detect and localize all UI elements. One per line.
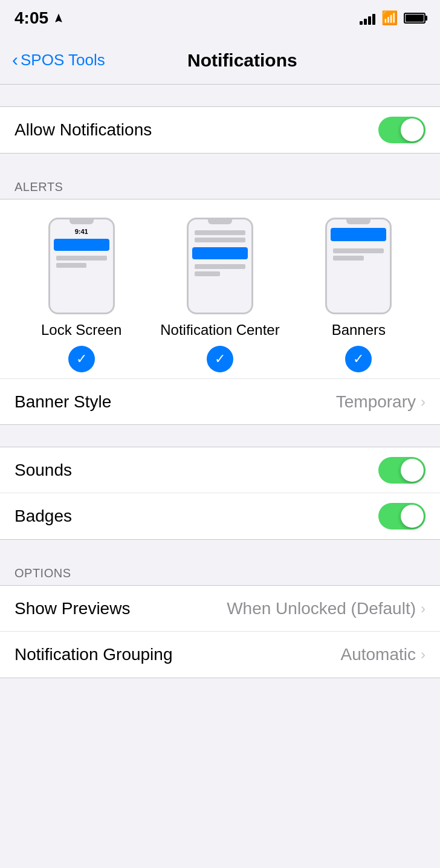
nc-lines [192,228,248,245]
notification-center-label: Notification Center [160,322,279,338]
phone-screen: 9:41 [50,224,113,313]
banners-phone [325,218,392,314]
status-bar: 4:05 📶 [0,0,440,36]
banners-option[interactable]: Banners ✓ [290,218,428,372]
show-previews-label: Show Previews [15,599,130,618]
banner-line-1 [333,248,384,253]
allow-notifications-label: Allow Notifications [15,120,152,140]
sounds-toggle[interactable] [378,457,425,484]
time-display: 4:05 [15,8,48,28]
nc-lines-2 [192,262,248,279]
nc-line-4 [195,271,220,276]
section-gap-bottom [0,678,440,714]
notif-line-2 [56,263,86,268]
banner-style-label: Banner Style [15,392,111,412]
notification-grouping-value: Automatic › [341,645,426,664]
sounds-label: Sounds [15,461,72,480]
alerts-section-header: ALERTS [0,175,440,199]
show-previews-current: When Unlocked (Default) [227,599,416,618]
status-icons: 📶 [360,10,425,26]
show-previews-chevron: › [421,600,425,617]
sounds-row: Sounds [0,447,440,493]
lock-time: 9:41 [54,228,109,235]
allow-notifications-section: Allow Notifications [0,106,440,154]
notification-grouping-label: Notification Grouping [15,645,172,664]
section-gap-1 [0,85,440,106]
options-card: Show Previews When Unlocked (Default) › … [0,585,440,678]
allow-notifications-toggle[interactable] [378,117,425,143]
show-previews-value: When Unlocked (Default) › [227,599,425,618]
nav-bar: ‹ SPOS Tools Notifications [0,36,440,85]
banners-label: Banners [332,322,386,338]
badges-row: Badges [0,493,440,539]
banner-lines [331,246,386,263]
nc-line-3 [195,264,245,269]
phone-screen-nc [189,224,251,313]
signal-icon [360,11,375,25]
banner-top [331,228,386,241]
options-section-header: OPTIONS [0,562,440,585]
sounds-badges-card: Sounds Badges [0,447,440,540]
lock-screen-check: ✓ [68,346,95,372]
badges-label: Badges [15,507,72,526]
back-chevron-icon: ‹ [12,51,18,69]
lock-screen-label: Lock Screen [41,322,121,338]
section-gap-2 [0,154,440,175]
banners-check: ✓ [345,346,372,372]
sounds-toggle-thumb [401,459,424,482]
notif-line-1 [56,256,107,261]
banner-line-2 [333,256,363,261]
battery-icon [404,13,425,24]
status-time: 4:05 [15,8,64,28]
notification-center-option[interactable]: Notification Center ✓ [150,218,289,372]
chevron-right-icon: › [421,394,425,410]
phone-notch [70,219,94,224]
page-title: Notifications [57,50,428,71]
notif-lines [54,253,109,270]
phone-notch-banners [346,219,370,224]
nc-line-1 [195,230,245,235]
alerts-card: 9:41 Lock Screen ✓ [0,199,440,425]
lock-screen-phone: 9:41 [48,218,115,314]
allow-notifications-row: Allow Notifications [0,107,440,153]
notification-center-phone [187,218,253,314]
alerts-illustrations: 9:41 Lock Screen ✓ [0,199,440,378]
location-arrow-icon [53,13,64,24]
banner-style-current: Temporary [336,392,416,412]
banner-style-value: Temporary › [336,392,425,412]
show-previews-row[interactable]: Show Previews When Unlocked (Default) › [0,586,440,632]
wifi-icon: 📶 [381,10,398,26]
notification-grouping-chevron: › [421,646,425,663]
toggle-thumb [401,118,424,141]
badges-toggle[interactable] [378,503,425,530]
notification-grouping-current: Automatic [341,645,416,664]
notification-center-check: ✓ [207,346,233,372]
section-gap-4 [0,540,440,562]
lock-screen-option[interactable]: 9:41 Lock Screen ✓ [12,218,150,372]
notification-banner-lock [54,239,109,251]
banner-style-row[interactable]: Banner Style Temporary › [0,378,440,424]
nc-line-2 [195,238,245,242]
section-gap-3 [0,425,440,447]
notification-banner-nc [192,247,248,259]
phone-screen-banners [327,224,390,313]
notification-grouping-row[interactable]: Notification Grouping Automatic › [0,632,440,678]
phone-notch-nc [208,219,232,224]
badges-toggle-thumb [401,505,424,528]
